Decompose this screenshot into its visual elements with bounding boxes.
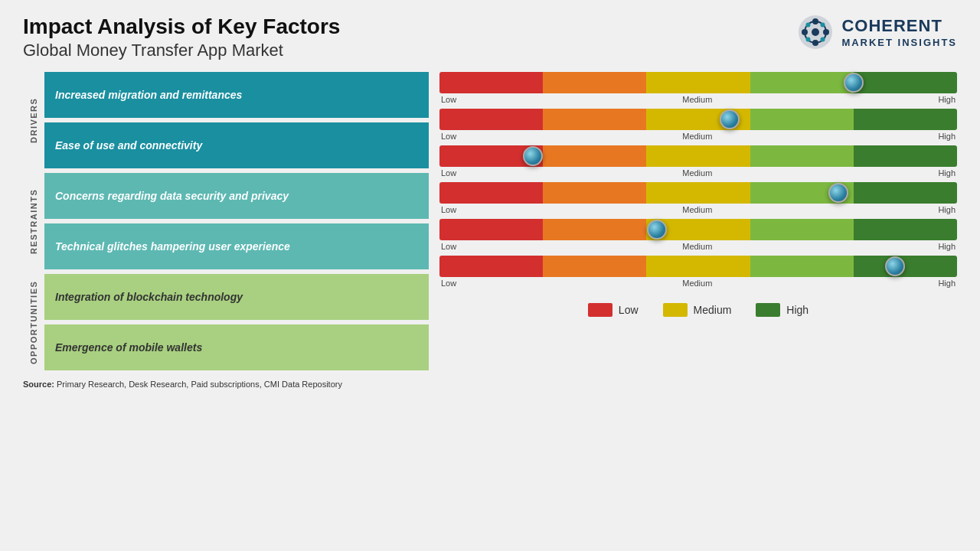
bar-labels-6: Low Medium High — [439, 279, 957, 288]
restraints-rows: Concerns regarding data security and pri… — [44, 173, 429, 269]
header: Impact Analysis of Key Factors Global Mo… — [23, 14, 957, 61]
svg-point-4 — [802, 29, 808, 35]
titles: Impact Analysis of Key Factors Global Mo… — [23, 14, 340, 61]
bar-medium-6: Medium — [682, 279, 712, 288]
bar-seg-yellow-6 — [646, 256, 750, 277]
bar-low-5: Low — [441, 242, 456, 251]
restraints-label: RESTRAINTS — [23, 173, 44, 269]
bar-track-1 — [439, 72, 957, 93]
logo-name-line1: COHERENT — [841, 16, 957, 36]
bar-seg-lgreen-5 — [750, 219, 854, 240]
bar-seg-orange-2 — [543, 109, 646, 130]
restraint-item-1: Concerns regarding data security and pri… — [44, 173, 429, 219]
right-panel: Low Medium High Low Medium — [429, 72, 957, 375]
bar-seg-green-6 — [854, 256, 957, 277]
bar-labels-5: Low Medium High — [439, 242, 957, 251]
driver-item-2: Ease of use and connectivity — [44, 122, 429, 168]
bar-seg-orange-5 — [543, 219, 646, 240]
bar-seg-orange-4 — [543, 182, 646, 204]
opportunity-item-1: Integration of blockchain technology — [44, 274, 429, 320]
bar-seg-lgreen-2 — [750, 109, 854, 130]
legend-item-high: High — [756, 303, 808, 317]
bar-seg-green-3 — [854, 145, 957, 167]
bar-low-3: Low — [441, 168, 456, 178]
sub-title: Global Money Transfer App Market — [23, 40, 340, 62]
bar-seg-lgreen-6 — [750, 256, 854, 277]
bar-track-5 — [439, 219, 957, 240]
bar-medium-1: Medium — [682, 95, 712, 104]
logo: COHERENT MARKET INSIGHTS — [797, 14, 957, 51]
bar-seg-yellow-3 — [646, 145, 750, 167]
bar-high-5: High — [938, 242, 956, 251]
bar-seg-red-2 — [439, 109, 543, 130]
bar-high-6: High — [938, 279, 956, 288]
legend-box-medium — [663, 303, 688, 317]
bar-seg-yellow-5 — [646, 219, 750, 240]
logo-icon — [797, 14, 834, 51]
bar-seg-red-5 — [439, 219, 543, 240]
bar-low-1: Low — [441, 95, 456, 104]
bar-high-4: High — [938, 205, 956, 214]
legend-box-high — [756, 303, 780, 317]
bar-seg-red-6 — [439, 256, 543, 277]
bar-labels-4: Low Medium High — [439, 205, 957, 214]
logo-text-block: COHERENT MARKET INSIGHTS — [841, 16, 957, 47]
bar-labels-1: Low Medium High — [439, 95, 957, 104]
svg-point-3 — [812, 40, 818, 46]
opportunities-label: OPPORTUNITIES — [23, 274, 44, 370]
bar-seg-green-1 — [854, 72, 957, 93]
bar-low-2: Low — [441, 132, 456, 141]
bar-seg-yellow-2 — [646, 109, 750, 130]
bar-track-6 — [439, 256, 957, 277]
legend-box-low — [588, 303, 612, 317]
bar-seg-yellow-4 — [646, 182, 750, 204]
driver-item-1: Increased migration and remittances — [44, 72, 429, 118]
opportunities-rows: Integration of blockchain technology Eme… — [44, 274, 429, 370]
bar-row-3: Low Medium High — [439, 145, 957, 178]
opportunity-item-2: Emergence of mobile wallets — [44, 324, 429, 370]
bar-seg-orange-6 — [543, 256, 646, 277]
bar-row-1: Low Medium High — [439, 72, 957, 104]
bar-row-6: Low Medium High — [439, 256, 957, 288]
bar-high-1: High — [938, 95, 956, 104]
bar-labels-2: Low Medium High — [439, 132, 957, 141]
bar-low-6: Low — [441, 279, 456, 288]
legend-item-medium: Medium — [663, 303, 732, 317]
drivers-section: DRIVERS Increased migration and remittan… — [23, 72, 429, 168]
restraints-section: RESTRAINTS Concerns regarding data secur… — [23, 173, 429, 269]
bar-seg-green-2 — [854, 109, 957, 130]
bar-seg-yellow-1 — [646, 72, 750, 93]
bar-seg-orange-3 — [543, 145, 646, 167]
bar-track-2 — [439, 109, 957, 130]
bar-seg-green-4 — [854, 182, 957, 204]
bar-low-4: Low — [441, 205, 456, 214]
bar-row-4: Low Medium High — [439, 182, 957, 214]
main-content: DRIVERS Increased migration and remittan… — [23, 72, 957, 375]
legend-area: Low Medium High — [439, 298, 957, 321]
bar-seg-red-3 — [439, 145, 543, 167]
svg-point-8 — [806, 37, 811, 42]
drivers-label: DRIVERS — [23, 72, 44, 168]
bar-medium-2: Medium — [682, 132, 712, 141]
bar-medium-3: Medium — [682, 168, 712, 178]
svg-point-9 — [821, 37, 825, 42]
bar-seg-lgreen-3 — [750, 145, 854, 167]
bar-medium-4: Medium — [682, 205, 712, 214]
legend-label-low: Low — [619, 304, 639, 316]
drivers-rows: Increased migration and remittances Ease… — [44, 72, 429, 168]
restraint-item-2: Technical glitches hampering user experi… — [44, 223, 429, 269]
svg-point-10 — [812, 28, 819, 36]
left-panel: DRIVERS Increased migration and remittan… — [23, 72, 429, 375]
svg-point-2 — [812, 18, 818, 24]
bar-seg-green-5 — [854, 219, 957, 240]
bar-medium-5: Medium — [682, 242, 712, 251]
source-detail: Primary Research, Desk Research, Paid su… — [57, 380, 342, 389]
svg-point-5 — [823, 29, 829, 35]
svg-point-7 — [821, 23, 825, 28]
legend-label-high: High — [786, 304, 808, 316]
main-title: Impact Analysis of Key Factors — [23, 14, 340, 40]
bar-row-2: Low Medium High — [439, 109, 957, 141]
svg-point-6 — [806, 23, 811, 28]
bar-seg-red-4 — [439, 182, 543, 204]
bar-high-2: High — [938, 132, 956, 141]
